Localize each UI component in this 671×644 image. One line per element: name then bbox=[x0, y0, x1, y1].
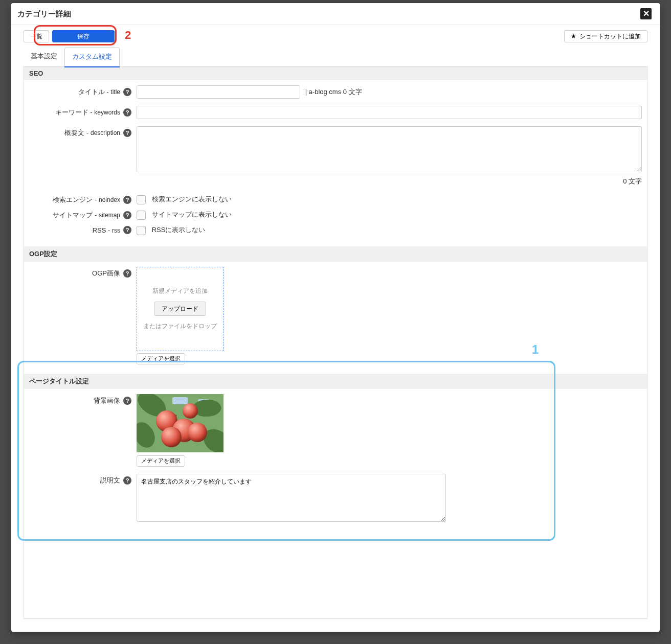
help-icon[interactable]: ? bbox=[123, 476, 131, 485]
row-ogp-image: OGP画像 ? 新規メディアを追加 アップロード またはファイルをドロップ メデ… bbox=[29, 267, 642, 364]
row-title: タイトル - title ? | a-blog cms 0 文字 bbox=[29, 85, 642, 99]
label-desc: 説明文 bbox=[100, 476, 120, 485]
label-title: タイトル - title bbox=[78, 87, 120, 97]
label-ogp-image: OGP画像 bbox=[92, 269, 120, 278]
keywords-input[interactable] bbox=[137, 106, 642, 119]
noindex-checkbox[interactable] bbox=[137, 195, 146, 204]
tab-basic[interactable]: 基本設定 bbox=[24, 48, 64, 66]
dropzone-or-text: またはファイルをドロップ bbox=[143, 322, 217, 331]
description-counter: 0 文字 bbox=[137, 177, 642, 186]
help-icon[interactable]: ? bbox=[123, 397, 131, 405]
help-icon[interactable]: ? bbox=[123, 196, 131, 204]
section-seo-body: タイトル - title ? | a-blog cms 0 文字 キーワード -… bbox=[24, 80, 647, 246]
ogp-select-media-button[interactable]: メディアを選択 bbox=[137, 353, 185, 364]
label-bg: 背景画像 bbox=[94, 396, 120, 405]
noindex-option: 検索エンジンに表示しない bbox=[152, 195, 232, 203]
help-icon[interactable]: ? bbox=[123, 226, 131, 234]
dropzone-add-text: 新規メディアを追加 bbox=[152, 287, 208, 295]
help-icon[interactable]: ? bbox=[123, 129, 131, 137]
desc-input[interactable]: 名古屋支店のスタッフを紹介しています bbox=[137, 474, 446, 522]
row-description: 概要文 - description ? 0 文字 bbox=[29, 126, 642, 186]
save-button[interactable]: 保存 bbox=[52, 30, 115, 42]
toolbar-left: 一覧 保存 bbox=[24, 30, 115, 42]
toolbar: 一覧 保存 ★ ショートカットに追加 bbox=[11, 25, 660, 42]
modal-title: カテゴリー詳細 bbox=[17, 9, 71, 19]
tab-custom[interactable]: カスタム設定 bbox=[64, 48, 120, 66]
ogp-dropzone[interactable]: 新規メディアを追加 アップロード またはファイルをドロップ bbox=[137, 267, 223, 351]
sitemap-option: サイトマップに表示しない bbox=[152, 211, 232, 218]
label-description: 概要文 - description bbox=[64, 128, 120, 137]
star-icon: ★ bbox=[571, 33, 576, 40]
title-suffix: | a-blog cms 0 文字 bbox=[305, 87, 362, 97]
section-ogp-body: OGP画像 ? 新規メディアを追加 アップロード またはファイルをドロップ メデ… bbox=[24, 262, 647, 374]
bg-select-media-button[interactable]: メディアを選択 bbox=[137, 455, 185, 467]
row-keywords: キーワード - keywords ? bbox=[29, 106, 642, 119]
modal-header: カテゴリー詳細 ✕ bbox=[11, 3, 660, 25]
shortcut-button[interactable]: ★ ショートカットに追加 bbox=[564, 30, 647, 42]
tabs: 基本設定 カスタム設定 bbox=[11, 42, 660, 66]
bg-thumbnail[interactable] bbox=[137, 394, 223, 452]
rss-option: RSSに表示しない bbox=[152, 226, 206, 234]
content-panel: SEO タイトル - title ? | a-blog cms 0 文字 キーワ… bbox=[24, 66, 647, 619]
section-seo-heading: SEO bbox=[24, 66, 647, 80]
row-sitemap: サイトマップ - sitemap ? サイトマップに表示しない bbox=[29, 209, 642, 220]
row-noindex: 検索エンジン - noindex ? 検索エンジンに表示しない bbox=[29, 193, 642, 204]
help-icon[interactable]: ? bbox=[123, 211, 131, 219]
upload-button[interactable]: アップロード bbox=[154, 302, 206, 316]
shortcut-label: ショートカットに追加 bbox=[579, 32, 641, 41]
title-input[interactable] bbox=[137, 85, 300, 99]
row-bg-image: 背景画像 ? bbox=[29, 394, 642, 467]
label-sitemap: サイトマップ - sitemap bbox=[53, 211, 120, 220]
help-icon[interactable]: ? bbox=[123, 108, 131, 117]
rss-checkbox[interactable] bbox=[137, 226, 146, 235]
label-noindex: 検索エンジン - noindex bbox=[53, 195, 120, 204]
section-pagetitle-heading: ページタイトル設定 bbox=[24, 374, 647, 389]
row-desc: 説明文 ? 名古屋支店のスタッフを紹介しています bbox=[29, 474, 642, 523]
help-icon[interactable]: ? bbox=[123, 88, 131, 96]
section-pagetitle-body: 背景画像 ? bbox=[24, 389, 647, 533]
label-keywords: キーワード - keywords bbox=[55, 108, 120, 117]
list-button[interactable]: 一覧 bbox=[24, 30, 49, 42]
modal: カテゴリー詳細 ✕ 一覧 保存 ★ ショートカットに追加 基本設定 カスタム設定… bbox=[11, 3, 660, 632]
row-rss: RSS - rss ? RSSに表示しない bbox=[29, 224, 642, 235]
sitemap-checkbox[interactable] bbox=[137, 211, 146, 220]
help-icon[interactable]: ? bbox=[123, 269, 131, 278]
description-input[interactable] bbox=[137, 126, 642, 172]
section-ogp-heading: OGP設定 bbox=[24, 246, 647, 262]
label-rss: RSS - rss bbox=[93, 226, 120, 234]
close-icon[interactable]: ✕ bbox=[640, 8, 652, 19]
